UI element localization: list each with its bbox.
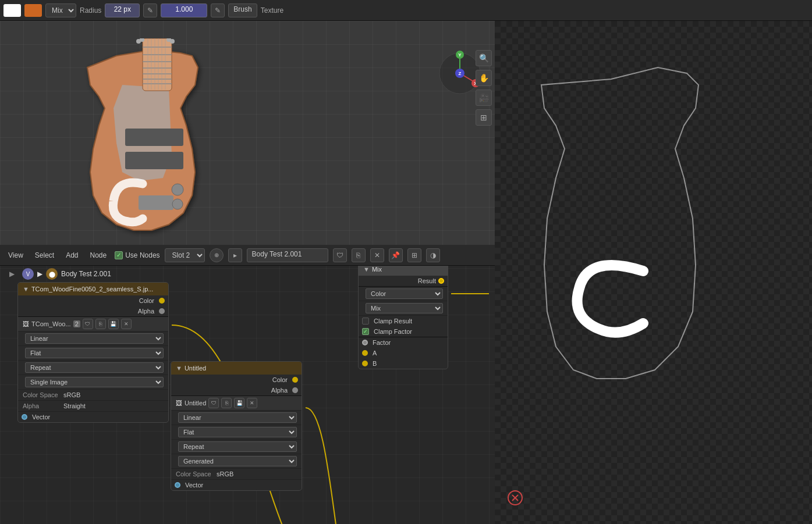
copy-btn[interactable]: ⎘ xyxy=(95,319,106,329)
mix-result-output: Result xyxy=(359,276,448,286)
svg-text:Z: Z xyxy=(459,71,462,76)
use-nodes-checkbox[interactable]: ✓ Use Nodes xyxy=(115,251,159,259)
menu-node[interactable]: Node xyxy=(87,250,111,261)
clamp-result-label: Clamp Result xyxy=(374,318,412,325)
u-color-space-row: Color Space sRGB xyxy=(171,469,302,480)
texture-icon: 🖼 xyxy=(23,320,29,327)
slot-dropdown[interactable]: Slot 2 xyxy=(165,248,205,262)
menu-add[interactable]: Add xyxy=(62,250,81,261)
texture-title: TCom_WoodFine0050_2_seamless_S.jp... xyxy=(31,286,154,293)
vector-socket[interactable] xyxy=(22,414,27,420)
interpolation-row: Linear xyxy=(18,331,168,346)
a-socket[interactable] xyxy=(362,350,368,356)
b-label: B xyxy=(373,360,377,367)
result-label: Result xyxy=(418,277,436,284)
mix-node-panel: ▼ Mix Result Color Mix Clamp Result ✓ xyxy=(358,262,448,369)
alpha-output-socket[interactable] xyxy=(159,308,165,314)
svg-text:Y: Y xyxy=(458,52,462,58)
sphere-icon[interactable]: ⊕ xyxy=(210,248,224,262)
result-socket[interactable] xyxy=(438,278,444,284)
copy-icon[interactable]: ⎘ xyxy=(352,248,366,262)
blend-type-select[interactable]: Mix xyxy=(366,303,443,313)
untitled-title: Untitled xyxy=(185,365,206,372)
mix-collapse[interactable]: ▼ xyxy=(363,266,370,273)
viewport-tools: 🔍 ✋ 🎥 ⊞ xyxy=(476,50,492,126)
viewport-3d[interactable]: Y X Z 🔍 ✋ 🎥 ⊞ xyxy=(0,21,495,245)
svg-rect-15 xyxy=(125,129,183,146)
layout-icon[interactable]: ⊞ xyxy=(407,248,421,262)
factor-label: Factor xyxy=(373,339,391,346)
shield-icon[interactable]: 🛡 xyxy=(333,248,347,262)
top-toolbar: Mix Radius 22 px ✎ 1.000 ✎ Brush Texture xyxy=(0,0,812,21)
u-shield-btn[interactable]: 🛡 xyxy=(208,398,219,408)
pan-tool[interactable]: ✋ xyxy=(476,70,492,86)
svg-rect-0 xyxy=(143,38,172,91)
color2-swatch[interactable] xyxy=(24,4,42,17)
blend-mode-dropdown[interactable]: Mix xyxy=(45,3,76,17)
source-select[interactable]: Single Image xyxy=(25,377,164,387)
expand-icon[interactable]: ▶ xyxy=(5,267,19,281)
pin-icon[interactable]: 📌 xyxy=(389,248,403,262)
node-editor: View Select Add Node ✓ Use Nodes Slot 2 … xyxy=(0,245,495,524)
u-extension-select[interactable]: Repeat xyxy=(178,441,297,452)
u-projection-row: Flat xyxy=(171,425,302,440)
color1-swatch[interactable] xyxy=(3,4,21,17)
untitled-alpha-socket[interactable] xyxy=(292,387,298,393)
checkbox-icon[interactable]: ✓ xyxy=(115,251,123,259)
texture-sub-name: TCom_Woo... xyxy=(31,320,71,327)
clamp-result-checkbox[interactable] xyxy=(362,318,369,325)
material-obj-header: ▶ V ▶ ⬤ Body Test 2.001 xyxy=(0,266,116,282)
projection-row: Flat xyxy=(18,346,168,361)
radius-value[interactable]: 22 px xyxy=(105,3,140,17)
interpolation-select[interactable]: Linear xyxy=(25,333,164,344)
close-btn[interactable]: ✕ xyxy=(121,319,132,329)
u-projection-select[interactable]: Flat xyxy=(178,427,297,437)
brush-button[interactable]: Brush xyxy=(228,3,257,17)
material-obj-name: Body Test 2.001 xyxy=(61,270,111,278)
clamp-result-row: Clamp Result xyxy=(359,316,448,326)
b-socket[interactable] xyxy=(362,361,368,366)
strength-value[interactable]: 1.000 xyxy=(161,3,207,17)
u-extension-row: Repeat xyxy=(171,440,302,454)
save-btn[interactable]: 💾 xyxy=(108,319,119,329)
u-vector-socket[interactable] xyxy=(175,482,180,488)
use-nodes-label: Use Nodes xyxy=(125,251,159,259)
color-output-socket[interactable] xyxy=(159,298,165,304)
radius-label: Radius xyxy=(80,6,101,15)
guitar-preview-svg xyxy=(495,21,812,524)
shield-btn[interactable]: 🛡 xyxy=(83,319,93,329)
untitled-subheader: 🖼 Untitled 🛡 ⎘ 💾 ✕ xyxy=(171,396,302,411)
untitled-color-output: Color xyxy=(171,375,302,385)
blend-type-row: Mix xyxy=(359,301,448,316)
strength-edit-icon[interactable]: ✎ xyxy=(211,3,225,17)
u-close-btn[interactable]: ✕ xyxy=(247,398,257,408)
untitled-color-socket[interactable] xyxy=(292,377,298,383)
factor-socket[interactable] xyxy=(362,340,368,345)
arrow-icon[interactable]: ▸ xyxy=(228,248,242,262)
u-interpolation-select[interactable]: Linear xyxy=(178,412,297,423)
right-panel xyxy=(495,21,812,524)
u-source-select[interactable]: Generated xyxy=(178,456,297,466)
data-type-select[interactable]: Color xyxy=(366,288,443,299)
camera-tool[interactable]: 🎥 xyxy=(476,90,492,106)
clamp-factor-checkbox[interactable]: ✓ xyxy=(362,328,369,335)
texture-node-panel: ▼ TCom_WoodFine0050_2_seamless_S.jp... C… xyxy=(17,282,169,423)
radius-edit-icon[interactable]: ✎ xyxy=(143,3,157,17)
untitled-collapse[interactable]: ▼ xyxy=(176,365,182,372)
texture-collapse[interactable]: ▼ xyxy=(23,286,29,293)
u-save-btn[interactable]: 💾 xyxy=(234,398,244,408)
texture-num: 2 xyxy=(73,320,80,327)
extension-select[interactable]: Repeat xyxy=(25,362,164,373)
menu-select[interactable]: Select xyxy=(31,250,58,261)
overlay-icon[interactable]: ◑ xyxy=(426,248,440,262)
object-icon: V xyxy=(22,268,34,280)
material-name-field[interactable]: Body Test 2.001 xyxy=(247,248,328,262)
zoom-in-tool[interactable]: 🔍 xyxy=(476,50,492,66)
u-copy-btn[interactable]: ⎘ xyxy=(221,398,232,408)
close-icon[interactable]: ✕ xyxy=(370,248,384,262)
alpha-row: Alpha Straight xyxy=(18,401,168,412)
projection-select[interactable]: Flat xyxy=(25,348,164,358)
untitled-node-header: ▼ Untitled xyxy=(171,362,302,375)
menu-view[interactable]: View xyxy=(5,250,27,261)
grid-tool[interactable]: ⊞ xyxy=(476,109,492,126)
